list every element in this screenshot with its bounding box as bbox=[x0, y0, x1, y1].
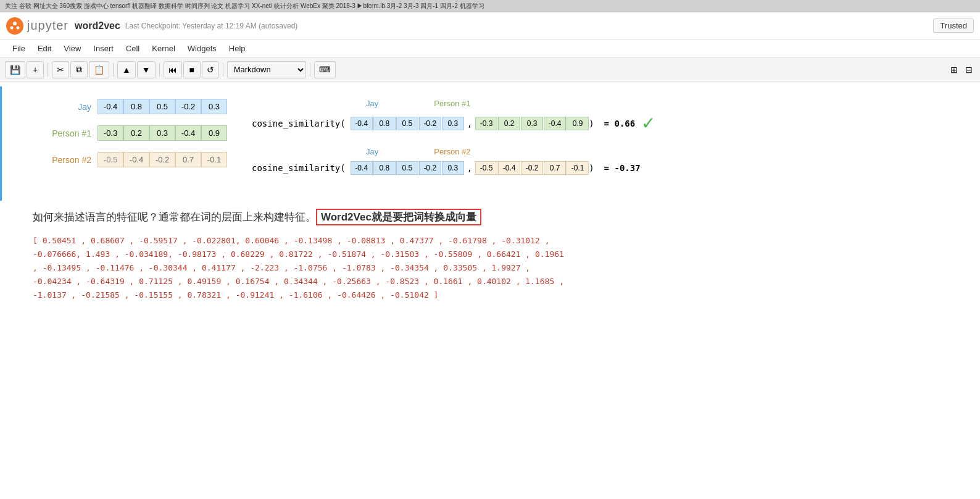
menu-view[interactable]: View bbox=[57, 42, 87, 55]
toolbar-sep-1 bbox=[48, 63, 48, 77]
person1-label: Person #1 bbox=[42, 128, 91, 138]
cut-button[interactable]: ✂ bbox=[52, 61, 69, 78]
cell-type-select[interactable]: Markdown Code Raw NBConvert Heading bbox=[227, 61, 306, 78]
text-cell-wrapper: 如何来描述语言的特征呢？通常都在词的层面上来构建特征。Word2Vec就是要把词… bbox=[0, 201, 980, 230]
p1-cell-3: -0.4 bbox=[175, 125, 201, 141]
code-line-4: -0.04234 , -0.64319 , 0.71125 , 0.49159 … bbox=[33, 275, 968, 288]
jupyter-header: jupyter word2vec Last Checkpoint: Yester… bbox=[0, 12, 980, 40]
sim-row-2: cosine_similarity( -0.4 0.8 0.5 -0.2 0.3… bbox=[252, 161, 958, 175]
code-line-5: -1.0137 , -0.21585 , -0.15155 , 0.78321 … bbox=[33, 288, 968, 302]
code-line-1: [ 0.50451 , 0.68607 , -0.59517 , -0.0228… bbox=[33, 234, 968, 248]
vector-tables: Jay -0.4 0.8 0.5 -0.2 0.3 Person #1 bbox=[42, 99, 227, 178]
jupyter-logo-text: jupyter bbox=[27, 19, 69, 33]
sim-jay-cells-2: -0.4 0.8 0.5 -0.2 0.3 bbox=[351, 161, 464, 175]
expand-icon[interactable]: ⊞ bbox=[948, 64, 960, 76]
p2-cell-3: 0.7 bbox=[175, 152, 201, 167]
svg-point-1 bbox=[10, 26, 14, 29]
jupyter-logo: jupyter bbox=[6, 17, 69, 35]
sim-jay-label-2: Jay bbox=[366, 147, 378, 156]
code-line-2: -0.076666, 1.493 , -0.034189, -0.98173 ,… bbox=[33, 248, 968, 261]
jay-vector-row: Jay -0.4 0.8 0.5 -0.2 0.3 bbox=[42, 99, 227, 114]
highlight-text: Word2Vec就是要把词转换成向量 bbox=[316, 209, 481, 225]
svg-point-0 bbox=[13, 22, 17, 25]
jay-vector-cells: -0.4 0.8 0.5 -0.2 0.3 bbox=[98, 99, 227, 114]
restart-button[interactable]: ↺ bbox=[202, 61, 219, 78]
toolbar-right: ⊞ ⊟ bbox=[948, 64, 975, 76]
comma-1: , bbox=[467, 119, 472, 128]
notebook-content: Jay -0.4 0.8 0.5 -0.2 0.3 Person #1 bbox=[0, 82, 980, 499]
code-line-3: , -0.13495 , -0.11476 , -0.30344 , 0.411… bbox=[33, 261, 968, 275]
visualization-area: Jay -0.4 0.8 0.5 -0.2 0.3 Person #1 bbox=[30, 93, 971, 195]
close-paren-1: ) bbox=[589, 119, 594, 128]
run-prev-button[interactable]: ⏮ bbox=[164, 61, 182, 78]
paste-button[interactable]: 📋 bbox=[89, 61, 109, 78]
p1-cell-2: 0.3 bbox=[149, 125, 175, 141]
p2-cell-0: -0.5 bbox=[98, 152, 123, 167]
interrupt-button[interactable]: ■ bbox=[183, 61, 201, 78]
menu-bar: File Edit View Insert Cell Kernel Widget… bbox=[0, 40, 980, 58]
toolbar: 💾 + ✂ ⧉ 📋 ▲ ▼ ⏮ ■ ↺ Markdown Code Raw NB… bbox=[0, 58, 980, 82]
person2-vector-cells: -0.5 -0.4 -0.2 0.7 -0.1 bbox=[98, 152, 227, 167]
p1-cell-0: -0.3 bbox=[98, 125, 123, 141]
p2-cell-2: -0.2 bbox=[149, 152, 175, 167]
sim-person1-label-1: Person #1 bbox=[434, 99, 470, 108]
menu-edit[interactable]: Edit bbox=[31, 42, 57, 55]
sim-p2-cells-1: -0.5 -0.4 -0.2 0.7 -0.1 bbox=[475, 161, 589, 175]
sim-person2-label-1: Person #2 bbox=[434, 147, 470, 156]
jay-cell-3: -0.2 bbox=[175, 99, 201, 114]
save-button[interactable]: 💾 bbox=[5, 61, 25, 78]
browser-tab-bar: 关注 谷歌 网址大全 360搜索 游戏中心 tensorfl 机器翻译 数据科学… bbox=[0, 0, 980, 12]
jay-cell-1: 0.8 bbox=[123, 99, 149, 114]
collapse-icon[interactable]: ⊟ bbox=[963, 64, 975, 76]
jupyter-logo-icon bbox=[6, 17, 23, 35]
checkmark-icon: ✓ bbox=[641, 113, 655, 133]
p2-cell-4: -0.1 bbox=[201, 152, 227, 167]
person2-vector-row: Person #2 -0.5 -0.4 -0.2 0.7 -0.1 bbox=[42, 152, 227, 167]
menu-insert[interactable]: Insert bbox=[87, 42, 120, 55]
cosine-text-1: cosine_similarity( bbox=[252, 119, 346, 128]
similarity-area: Jay Person #1 cosine_similarity( -0.4 0.… bbox=[252, 99, 958, 188]
move-down-button[interactable]: ▼ bbox=[137, 61, 156, 78]
sim-row-1: cosine_similarity( -0.4 0.8 0.5 -0.2 0.3… bbox=[252, 113, 958, 133]
person1-vector-cells: -0.3 0.2 0.3 -0.4 0.9 bbox=[98, 125, 227, 141]
menu-help[interactable]: Help bbox=[223, 42, 252, 55]
trusted-button[interactable]: Trusted bbox=[933, 19, 974, 33]
menu-file[interactable]: File bbox=[6, 42, 31, 55]
comma-2: , bbox=[467, 163, 472, 173]
move-up-button[interactable]: ▲ bbox=[117, 61, 136, 78]
viz-cell: Jay -0.4 0.8 0.5 -0.2 0.3 Person #1 bbox=[0, 86, 980, 201]
keyboard-shortcuts-button[interactable]: ⌨ bbox=[314, 61, 336, 78]
browser-tabs-text: 关注 谷歌 网址大全 360搜索 游戏中心 tensorfl 机器翻译 数据科学… bbox=[2, 2, 487, 10]
person2-label: Person #2 bbox=[42, 155, 91, 165]
checkpoint-info: Last Checkpoint: Yesterday at 12:19 AM (… bbox=[125, 22, 298, 30]
p1-cell-1: 0.2 bbox=[123, 125, 149, 141]
p2-cell-1: -0.4 bbox=[123, 152, 149, 167]
add-cell-button[interactable]: + bbox=[27, 61, 44, 78]
code-output: [ 0.50451 , 0.68607 , -0.59517 , -0.0228… bbox=[2, 230, 980, 308]
jay-cell-0: -0.4 bbox=[98, 99, 123, 114]
notebook-title: word2vec bbox=[75, 20, 120, 31]
toolbar-sep-3 bbox=[159, 63, 160, 77]
menu-widgets[interactable]: Widgets bbox=[181, 42, 223, 55]
code-output-cell: [ 0.50451 , 0.68607 , -0.59517 , -0.0228… bbox=[0, 230, 980, 308]
menu-cell[interactable]: Cell bbox=[120, 42, 146, 55]
sim-result-1: = 0.66 bbox=[604, 119, 636, 128]
jay-cell-2: 0.5 bbox=[149, 99, 175, 114]
close-paren-2: ) bbox=[589, 163, 594, 173]
copy-button[interactable]: ⧉ bbox=[70, 61, 88, 78]
toolbar-sep-2 bbox=[113, 63, 114, 77]
menu-kernel[interactable]: Kernel bbox=[146, 42, 181, 55]
sim-jay-label-1: Jay bbox=[366, 99, 378, 108]
sim-p1-cells-1: -0.3 0.2 0.3 -0.4 0.9 bbox=[475, 117, 589, 130]
jay-cell-4: 0.3 bbox=[201, 99, 227, 114]
toolbar-sep-5 bbox=[310, 63, 310, 77]
text-before-highlight: 如何来描述语言的特征呢？通常都在词的层面上来构建特征。 bbox=[33, 211, 316, 223]
jay-label: Jay bbox=[42, 102, 91, 112]
p1-cell-4: 0.9 bbox=[201, 125, 227, 141]
sim-result-2: = -0.37 bbox=[604, 163, 641, 173]
cosine-text-2: cosine_similarity( bbox=[252, 163, 346, 173]
text-cell: 如何来描述语言的特征呢？通常都在词的层面上来构建特征。Word2Vec就是要把词… bbox=[2, 201, 980, 230]
svg-point-2 bbox=[17, 26, 20, 29]
person1-vector-row: Person #1 -0.3 0.2 0.3 -0.4 0.9 bbox=[42, 125, 227, 141]
sim-jay-cells-1: -0.4 0.8 0.5 -0.2 0.3 bbox=[351, 117, 464, 130]
